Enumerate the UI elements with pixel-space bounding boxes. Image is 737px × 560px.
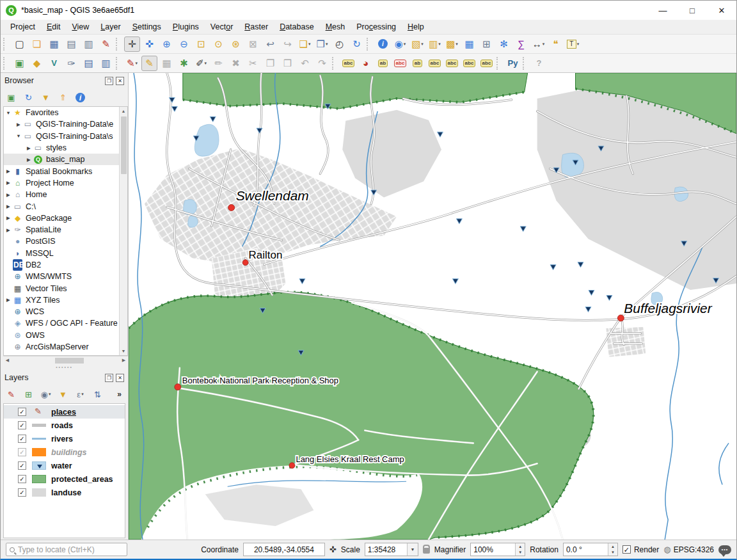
layer-diagram-button[interactable]: ◕ bbox=[358, 56, 374, 71]
copy-features-button[interactable]: ❐ bbox=[262, 56, 278, 71]
temporal-controller-button[interactable]: ◴ bbox=[331, 36, 347, 52]
spin-up-icon[interactable]: ▲ bbox=[608, 543, 617, 550]
new-virtual-layer-button[interactable]: ▥ bbox=[98, 56, 114, 71]
zoom-next-button[interactable]: ↪ bbox=[280, 36, 296, 52]
toolbar-grip[interactable] bbox=[116, 57, 121, 70]
menu-project[interactable]: Project bbox=[4, 21, 41, 33]
menu-processing[interactable]: Processing bbox=[351, 21, 402, 33]
scroll-up-icon[interactable]: ▲ bbox=[122, 107, 126, 115]
zoom-native-button[interactable]: ⊠ bbox=[245, 36, 261, 52]
style-manager-button[interactable]: ✎ bbox=[98, 36, 114, 52]
toolbar-grip[interactable] bbox=[332, 57, 337, 70]
filter-browser-button[interactable]: ▼ bbox=[38, 90, 53, 104]
select-by-form-button[interactable]: ▥▾ bbox=[427, 36, 443, 52]
statistics-button[interactable]: ∑ bbox=[513, 36, 529, 52]
locate-box[interactable] bbox=[6, 543, 127, 556]
save-project-button[interactable]: ▦ bbox=[46, 36, 62, 52]
expander-icon[interactable]: ▶ bbox=[4, 204, 13, 209]
add-group-button[interactable]: ⊞ bbox=[21, 387, 36, 401]
tree-item-xyz-tiles[interactable]: ▶ ▦ XYZ Tiles bbox=[4, 294, 119, 306]
layer-visibility-checkbox[interactable]: ✓ bbox=[18, 475, 26, 483]
expander-icon[interactable]: ▶ bbox=[4, 227, 13, 233]
delete-selected-button[interactable]: ✖ bbox=[228, 56, 244, 71]
new-print-layout-button[interactable]: ▤ bbox=[63, 36, 79, 52]
layer-visibility-checkbox[interactable]: ✓ bbox=[18, 435, 26, 443]
zoom-to-selection-button[interactable]: ⊙ bbox=[210, 36, 226, 52]
add-point-feature-button[interactable]: ✱ bbox=[176, 56, 192, 71]
layers-close-button[interactable]: ✕ bbox=[116, 374, 124, 382]
tree-item-arcgis-map-server[interactable]: ⊕ ArcGisMapServer bbox=[4, 341, 119, 353]
current-edits-button[interactable]: ✎▾ bbox=[124, 56, 140, 71]
map-canvas[interactable]: Swellendam Railton Buffeljagsrivier Bont… bbox=[129, 73, 736, 540]
layer-protected-areas[interactable]: ✓ protected_areas bbox=[4, 472, 125, 486]
zoom-full-button[interactable]: ⊡ bbox=[193, 36, 209, 52]
crs-status[interactable]: ◍ EPSG:4326 bbox=[663, 545, 714, 554]
field-calculator-button[interactable]: ⊞ bbox=[479, 36, 495, 52]
expander-icon[interactable]: ▶ bbox=[24, 157, 33, 163]
scrollbar-thumb[interactable] bbox=[55, 358, 84, 364]
layer-water[interactable]: ✓ water bbox=[4, 459, 125, 472]
tree-item-wfs[interactable]: ◈ WFS / OGC API - Feature bbox=[4, 317, 119, 329]
spin-up-icon[interactable]: ▲ bbox=[516, 543, 525, 550]
toolbar-grip[interactable] bbox=[523, 57, 528, 70]
manage-map-themes-button[interactable]: ◉▾ bbox=[38, 387, 53, 401]
filter-legend-button[interactable]: ▼ bbox=[56, 387, 70, 401]
toolbar-grip[interactable] bbox=[3, 57, 8, 70]
pan-map-button[interactable]: ✛ bbox=[124, 36, 140, 52]
tree-item-db2[interactable]: DB2 DB2 bbox=[4, 259, 119, 271]
layer-visibility-checkbox[interactable]: ✓ bbox=[18, 421, 26, 429]
data-source-manager-button[interactable]: ▣ bbox=[12, 56, 28, 71]
refresh-browser-button[interactable]: ↻ bbox=[21, 90, 36, 104]
browser-float-button[interactable]: ❐ bbox=[105, 77, 113, 85]
panel-splitter[interactable]: •••••• bbox=[1, 364, 128, 370]
menu-database[interactable]: Database bbox=[274, 21, 320, 33]
spin-down-icon[interactable]: ▼ bbox=[608, 550, 617, 556]
expander-icon[interactable]: ▶ bbox=[14, 122, 23, 127]
tree-item-spatialite[interactable]: ▶ ✑ SpatiaLite bbox=[4, 224, 119, 236]
spin-down-icon[interactable]: ▼ bbox=[516, 550, 525, 556]
tree-item-training-data-e[interactable]: ▶ ▭ QGIS-Training-Data\e bbox=[4, 118, 119, 130]
add-selected-layer-button[interactable]: ▣ bbox=[4, 90, 19, 104]
layer-visibility-checkbox[interactable]: ✓ bbox=[18, 461, 26, 470]
highlight-pinned-labels-button[interactable]: abc bbox=[392, 56, 408, 71]
paste-features-button[interactable]: ❒ bbox=[280, 56, 296, 71]
new-scratch-layer-button[interactable]: ▤ bbox=[81, 56, 97, 71]
layer-labeling-button[interactable]: abc bbox=[340, 56, 356, 71]
expander-icon[interactable]: ▶ bbox=[4, 297, 13, 303]
tree-item-basic-map[interactable]: ▶ Q basic_map bbox=[4, 154, 119, 165]
vertex-tool-button[interactable]: ✐▾ bbox=[193, 56, 209, 71]
tree-item-ows[interactable]: ⊛ OWS bbox=[4, 330, 119, 341]
maximize-button[interactable]: □ bbox=[678, 1, 707, 20]
minimize-button[interactable]: — bbox=[648, 1, 678, 20]
render-checkbox-group[interactable]: ✓ Render bbox=[622, 545, 659, 554]
close-button[interactable]: ✕ bbox=[707, 1, 736, 20]
menu-help[interactable]: Help bbox=[402, 21, 430, 33]
tree-item-wms-wmts[interactable]: ⊕ WMS/WMTS bbox=[4, 271, 119, 282]
menu-layer[interactable]: Layer bbox=[95, 21, 126, 33]
map-tips-button[interactable]: ❝ bbox=[548, 36, 564, 52]
browser-horizontal-scrollbar[interactable]: ◀ ▶ bbox=[3, 356, 128, 364]
measure-button[interactable]: ↔▾ bbox=[530, 36, 546, 52]
tree-item-home[interactable]: ▶ ⌂ Home bbox=[4, 189, 119, 200]
scroll-right-icon[interactable]: ▶ bbox=[120, 358, 128, 363]
expander-icon[interactable]: ▶ bbox=[4, 192, 13, 198]
expander-icon[interactable]: ▶ bbox=[4, 215, 13, 221]
zoom-out-button[interactable]: ⊖ bbox=[176, 36, 192, 52]
expander-icon[interactable]: ▶ bbox=[4, 180, 13, 186]
move-label-button[interactable]: abc bbox=[444, 56, 460, 71]
identify-features-button[interactable]: i bbox=[375, 36, 391, 52]
new-shapefile-button[interactable]: V bbox=[46, 56, 62, 71]
multiedit-attributes-button[interactable]: ✏ bbox=[210, 56, 226, 71]
refresh-map-button[interactable]: ↻ bbox=[349, 36, 365, 52]
tree-item-favorites[interactable]: ▼ ★ Favorites bbox=[4, 107, 119, 118]
scale-lock-icon[interactable] bbox=[423, 548, 430, 554]
scrollbar-thumb[interactable] bbox=[121, 116, 127, 174]
tree-item-geopackage[interactable]: ▶ ◆ GeoPackage bbox=[4, 212, 119, 224]
layer-landuse[interactable]: ✓ landuse bbox=[4, 486, 125, 499]
deselect-features-button[interactable]: ▩▾ bbox=[444, 36, 460, 52]
scroll-down-icon[interactable]: ▼ bbox=[122, 347, 126, 355]
pin-labels-button[interactable]: ab bbox=[375, 56, 391, 71]
rotate-label-button[interactable]: abc bbox=[461, 56, 477, 71]
menu-vector[interactable]: Vector bbox=[205, 21, 239, 33]
new-spatialite-button[interactable]: ✑ bbox=[63, 56, 79, 71]
